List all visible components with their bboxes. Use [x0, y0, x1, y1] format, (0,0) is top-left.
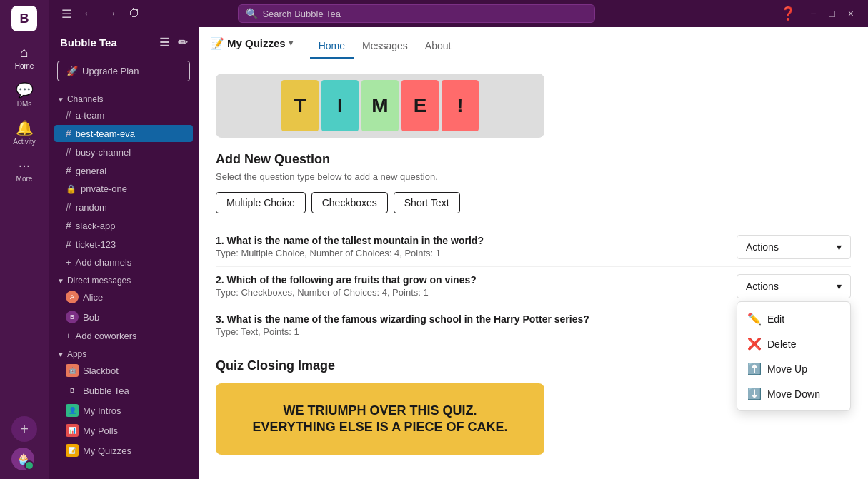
sidebar-item-my-quizzes[interactable]: 📝 My Quizzes: [54, 441, 193, 460]
chevron-down-icon: ▾: [837, 281, 842, 292]
upgrade-plan-button[interactable]: 🚀 Upgrade Plan: [57, 61, 190, 81]
help-button[interactable]: ❓: [777, 3, 799, 24]
letter-exclaim: !: [442, 80, 479, 131]
dms-icon: 💬: [16, 81, 34, 99]
tab-home[interactable]: Home: [310, 34, 354, 59]
my-quizzes-icon: 📝: [66, 444, 79, 457]
sidebar-item-best-team-eva[interactable]: # best-team-eva: [54, 125, 193, 142]
topbar: ☰ ← → ⏱ 🔍 ❓ − □ ×: [49, 0, 868, 27]
sidebar-item-private-one[interactable]: 🔒 private-one: [54, 181, 193, 197]
sidebar-item-busy-channel[interactable]: # busy-channel: [54, 143, 193, 161]
dropdown-item-edit[interactable]: ✏️ Edit: [737, 306, 850, 331]
plus-icon-coworkers: +: [66, 331, 71, 341]
actions-dropdown-2: Actions ▾ ✏️ Edit ❌: [737, 274, 851, 298]
sidebar-item-random[interactable]: # random: [54, 198, 193, 216]
letter-I: I: [321, 80, 359, 131]
sidebar-item-my-polls[interactable]: 📊 My Polls: [54, 421, 193, 440]
tab-about[interactable]: About: [416, 34, 460, 59]
channel-tabs: Home Messages About: [310, 34, 460, 59]
sidebar-item-ticket-123[interactable]: # ticket-123: [54, 236, 193, 253]
apps-section-header[interactable]: ▼ Apps: [49, 345, 199, 360]
workspace-name[interactable]: Bubble Tea: [60, 36, 117, 49]
collapse-sidebar-button[interactable]: ☰: [57, 4, 76, 24]
sidebar-item-alice[interactable]: A Alice: [54, 288, 193, 306]
channels-section-header[interactable]: ▼ Channels: [49, 90, 199, 106]
chevron-down-icon: ▾: [837, 241, 842, 253]
dropdown-item-move-down[interactable]: ⬇️ Move Down: [737, 381, 850, 406]
sidebar-item-bubble-tea[interactable]: B Bubble Tea: [54, 381, 193, 400]
checkboxes-button[interactable]: Checkboxes: [311, 192, 388, 213]
home-icon: ⌂: [20, 44, 29, 61]
actions-button-1[interactable]: Actions ▾: [737, 235, 851, 259]
minimize-button[interactable]: −: [804, 5, 822, 22]
channel-topbar: 📝 My Quizzes ▾ Home Messages About: [199, 27, 868, 59]
letter-E: E: [401, 80, 439, 131]
content-area: T I M E ! Add New Question Select the qu…: [199, 59, 868, 479]
plus-icon: +: [66, 257, 71, 268]
sidebar-item-my-intros[interactable]: 👤 My Intros: [54, 401, 193, 420]
sidebar-header: Bubble Tea ☰ ✏: [49, 27, 199, 58]
back-button[interactable]: ←: [79, 4, 99, 24]
multiple-choice-button[interactable]: Multiple Choice: [216, 192, 306, 213]
letter-M: M: [361, 80, 399, 131]
icon-rail: B ⌂ Home 💬 DMs 🔔 Activity ··· More + 🧁: [0, 0, 49, 479]
move-down-icon: ⬇️: [747, 387, 762, 400]
forward-button[interactable]: →: [101, 4, 121, 24]
compose-icon[interactable]: ✏: [178, 36, 187, 49]
filter-icon[interactable]: ☰: [159, 36, 169, 49]
sidebar-item-bob[interactable]: B Bob: [54, 308, 193, 326]
workspace-icon[interactable]: B: [11, 6, 37, 31]
add-new-question-section: Add New Question Select the question typ…: [216, 152, 851, 213]
sidebar-item-a-team[interactable]: # a-team: [54, 106, 193, 123]
direct-messages-section-header[interactable]: ▼ Direct messages: [49, 271, 199, 287]
search-input[interactable]: [262, 9, 587, 19]
dropdown-item-delete[interactable]: ❌ Delete: [737, 331, 850, 356]
question-text: 2. Which of the following are fruits tha…: [216, 274, 477, 286]
channels-collapse-icon: ▼: [57, 96, 64, 104]
question-content: 2. Which of the following are fruits tha…: [216, 274, 477, 298]
short-text-button[interactable]: Short Text: [394, 192, 460, 213]
delete-icon: ❌: [747, 337, 762, 351]
actions-button-2[interactable]: Actions ▾: [737, 274, 851, 298]
close-button[interactable]: ×: [842, 5, 859, 22]
search-icon: 🔍: [246, 8, 258, 19]
bob-avatar: B: [66, 311, 79, 323]
rail-item-more[interactable]: ··· More: [0, 153, 49, 187]
question-meta: Type: Checkboxes, Number of Choices: 4, …: [216, 287, 477, 298]
rail-item-activity[interactable]: 🔔 Activity: [0, 115, 49, 150]
sidebar-item-general[interactable]: # general: [54, 162, 193, 179]
add-question-subtitle: Select the question type below to add a …: [216, 171, 851, 182]
rocket-icon: 🚀: [66, 66, 78, 76]
question-content: 3. What is the name of the famous wizard…: [216, 313, 589, 337]
question-meta: Type: Text, Points: 1: [216, 326, 589, 337]
slackbot-icon: 🤖: [66, 364, 79, 377]
maximize-button[interactable]: □: [823, 5, 840, 22]
channel-name: 📝 My Quizzes ▾: [210, 36, 293, 57]
actions-dropdown-1: Actions ▾: [737, 235, 851, 259]
search-bar[interactable]: 🔍: [238, 4, 595, 23]
add-workspace-button[interactable]: +: [11, 416, 37, 442]
add-question-title: Add New Question: [216, 152, 851, 167]
bubble-tea-icon: B: [66, 384, 79, 397]
rail-item-home[interactable]: ⌂ Home: [0, 40, 49, 74]
question-text: 3. What is the name of the famous wizard…: [216, 313, 589, 325]
my-intros-icon: 👤: [66, 404, 79, 417]
user-avatar[interactable]: 🧁: [11, 448, 34, 470]
nav-buttons: ☰ ← → ⏱: [57, 4, 144, 24]
sidebar-item-slackbot[interactable]: 🤖 Slackbot: [54, 361, 193, 380]
tab-messages[interactable]: Messages: [354, 34, 416, 59]
dropdown-item-move-up[interactable]: ⬆️ Move Up: [737, 356, 850, 381]
channel-chevron-icon[interactable]: ▾: [289, 38, 293, 48]
history-button[interactable]: ⏱: [124, 4, 144, 24]
rail-item-dms[interactable]: 💬 DMs: [0, 77, 49, 112]
add-channels-button[interactable]: + Add channels: [54, 254, 193, 271]
move-up-icon: ⬆️: [747, 362, 762, 375]
question-meta: Type: Multiple Choice, Number of Choices…: [216, 248, 484, 258]
add-coworkers-button[interactable]: + Add coworkers: [54, 328, 193, 344]
topbar-right: ❓: [777, 3, 799, 24]
table-row: 2. Which of the following are fruits tha…: [216, 267, 851, 306]
sidebar: Bubble Tea ☰ ✏ 🚀 Upgrade Plan ▼ Channels…: [49, 27, 199, 479]
edit-icon: ✏️: [747, 312, 762, 326]
sidebar-item-slack-app[interactable]: # slack-app: [54, 217, 193, 234]
quiz-header-image: T I M E !: [276, 74, 484, 137]
